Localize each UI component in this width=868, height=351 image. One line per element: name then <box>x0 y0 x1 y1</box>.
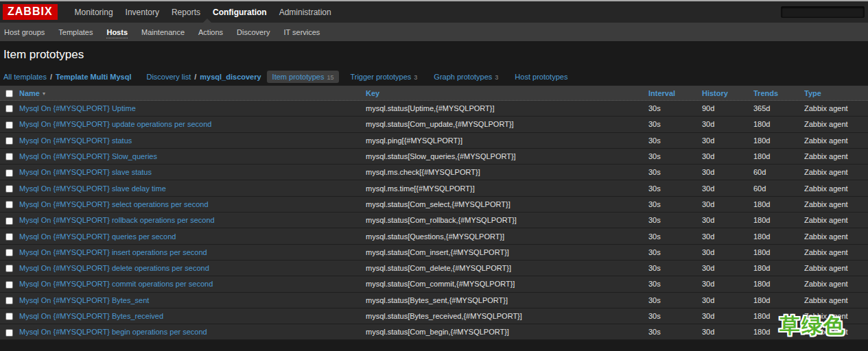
item-name-link[interactable]: Mysql On {#MYSQLPORT} delete operations … <box>19 264 366 272</box>
tab-graph-prototypes[interactable]: Graph prototypes 3 <box>428 71 504 83</box>
item-name-link[interactable]: Mysql On {#MYSQLPORT} insert operations … <box>19 248 366 256</box>
item-name-link[interactable]: Mysql On {#MYSQLPORT} Bytes_received <box>19 312 366 320</box>
item-name-link[interactable]: Mysql On {#MYSQLPORT} Bytes_sent <box>19 296 366 304</box>
breadcrumb-template-name[interactable]: Template Multi Mysql <box>56 73 131 81</box>
table-body: Mysql On {#MYSQLPORT} Uptimemysql.status… <box>0 101 868 340</box>
subnav-host-groups[interactable]: Host groups <box>0 28 51 36</box>
breadcrumb-discovery-rule[interactable]: mysql_discovery <box>200 73 261 81</box>
row-checkbox[interactable] <box>5 121 13 129</box>
menu-inventory[interactable]: Inventory <box>119 8 165 17</box>
checkbox-cell <box>0 136 19 145</box>
menu-monitoring[interactable]: Monitoring <box>69 8 119 17</box>
breadcrumb: All templates / Template Multi Mysql Dis… <box>3 70 868 84</box>
item-trends: 180d <box>753 280 804 288</box>
item-type: Zabbix agent <box>804 248 868 256</box>
item-key: mysql.status[Com_select,{#MYSQLPORT}] <box>366 200 648 208</box>
menu-reports[interactable]: Reports <box>165 8 207 17</box>
tab-host-prototypes[interactable]: Host prototypes <box>509 71 576 83</box>
breadcrumb-discovery-list[interactable]: Discovery list <box>146 73 191 81</box>
item-trends: 365d <box>753 104 804 112</box>
row-checkbox[interactable] <box>5 297 13 304</box>
checkbox-cell <box>0 328 19 337</box>
row-checkbox[interactable] <box>5 169 13 177</box>
row-checkbox[interactable] <box>5 153 13 160</box>
tab-count-badge: 3 <box>414 74 417 81</box>
item-key: mysql.ping[{#MYSQLPORT}] <box>366 136 648 145</box>
tab-trigger-prototypes[interactable]: Trigger prototypes 3 <box>344 71 423 83</box>
checkbox-cell <box>0 232 19 241</box>
item-key: mysql.status[Com_commit,{#MYSQLPORT}] <box>366 280 648 288</box>
checkbox-cell <box>0 216 19 225</box>
item-name-link[interactable]: Mysql On {#MYSQLPORT} slave status <box>19 168 366 176</box>
zabbix-logo[interactable]: ZABBIX <box>3 4 58 20</box>
checkbox-cell <box>0 264 19 273</box>
item-history: 30d <box>702 216 753 224</box>
select-all-checkbox[interactable] <box>5 90 13 97</box>
item-name-link[interactable]: Mysql On {#MYSQLPORT} Uptime <box>19 104 366 112</box>
item-interval: 30s <box>648 264 702 272</box>
item-name-link[interactable]: Mysql On {#MYSQLPORT} select operations … <box>19 200 366 208</box>
table-row: Mysql On {#MYSQLPORT} update operations … <box>0 117 868 132</box>
item-name-link[interactable]: Mysql On {#MYSQLPORT} commit operations … <box>19 280 366 288</box>
item-type: Zabbix agent <box>804 104 868 112</box>
item-interval: 30s <box>648 280 702 288</box>
row-checkbox[interactable] <box>5 281 13 289</box>
row-checkbox[interactable] <box>5 249 13 256</box>
search-input[interactable] <box>781 6 865 18</box>
table-row: Mysql On {#MYSQLPORT} Bytes_sentmysql.st… <box>0 293 868 308</box>
item-type: Zabbix agent <box>804 296 868 304</box>
item-key: mysql.status[Uptime,{#MYSQLPORT}] <box>366 104 648 112</box>
row-checkbox[interactable] <box>5 233 13 241</box>
item-name-link[interactable]: Mysql On {#MYSQLPORT} queries per second <box>19 232 366 241</box>
column-header-trends[interactable]: Trends <box>753 89 778 97</box>
subnav-discovery[interactable]: Discovery <box>230 28 277 36</box>
row-checkbox[interactable] <box>5 105 13 112</box>
item-name-link[interactable]: Mysql On {#MYSQLPORT} rollback operation… <box>19 216 366 224</box>
subnav-templates[interactable]: Templates <box>51 28 99 36</box>
item-trends: 180d <box>753 120 804 128</box>
item-history: 90d <box>702 104 753 112</box>
item-name-link[interactable]: Mysql On {#MYSQLPORT} update operations … <box>19 120 366 128</box>
table-row: Mysql On {#MYSQLPORT} Bytes_receivedmysq… <box>0 308 868 324</box>
table-header-row: Name▾ Key Interval History Trends Type <box>0 86 868 101</box>
row-checkbox[interactable] <box>5 185 13 193</box>
table-row: Mysql On {#MYSQLPORT} select operations … <box>0 197 868 213</box>
item-name-link[interactable]: Mysql On {#MYSQLPORT} status <box>19 136 366 145</box>
breadcrumb-separator: / <box>50 73 52 81</box>
item-trends: 180d <box>753 248 804 256</box>
menu-configuration[interactable]: Configuration <box>207 8 273 17</box>
menu-administration[interactable]: Administration <box>273 8 338 17</box>
column-header-type[interactable]: Type <box>804 89 821 97</box>
subnav-hosts[interactable]: Hosts <box>99 28 134 36</box>
checkbox-cell <box>0 152 19 161</box>
column-header-key[interactable]: Key <box>366 89 379 97</box>
subnav-maintenance[interactable]: Maintenance <box>134 28 191 36</box>
column-header-history[interactable]: History <box>702 89 728 97</box>
subnav-actions[interactable]: Actions <box>191 28 230 36</box>
table-row: Mysql On {#MYSQLPORT} queries per second… <box>0 228 868 244</box>
row-checkbox[interactable] <box>5 217 13 225</box>
row-checkbox[interactable] <box>5 329 13 337</box>
row-checkbox[interactable] <box>5 265 13 272</box>
column-header-interval[interactable]: Interval <box>648 89 675 97</box>
tab-item-prototypes[interactable]: Item prototypes 15 <box>267 71 340 83</box>
item-trends: 180d <box>753 296 804 304</box>
item-name-link[interactable]: Mysql On {#MYSQLPORT} begin operations p… <box>19 328 366 336</box>
subnav-it-services[interactable]: IT services <box>277 28 327 36</box>
row-checkbox[interactable] <box>5 313 13 320</box>
breadcrumb-all-templates[interactable]: All templates <box>3 73 47 81</box>
item-key: mysql.status[Com_begin,{#MYSQLPORT}] <box>366 328 648 336</box>
checkbox-cell <box>0 200 19 209</box>
row-checkbox[interactable] <box>5 137 13 145</box>
item-name-link[interactable]: Mysql On {#MYSQLPORT} Slow_queries <box>19 152 366 160</box>
item-type: Zabbix agent <box>804 232 868 241</box>
tab-label: Graph prototypes <box>434 73 492 81</box>
item-trends: 60d <box>753 184 804 193</box>
table-row: Mysql On {#MYSQLPORT} slave delay timemy… <box>0 180 868 196</box>
column-header-name[interactable]: Name <box>19 89 40 97</box>
item-history: 30d <box>702 120 753 128</box>
item-interval: 30s <box>648 104 702 112</box>
item-name-link[interactable]: Mysql On {#MYSQLPORT} slave delay time <box>19 184 366 193</box>
item-trends: 180d <box>753 216 804 224</box>
row-checkbox[interactable] <box>5 201 13 208</box>
